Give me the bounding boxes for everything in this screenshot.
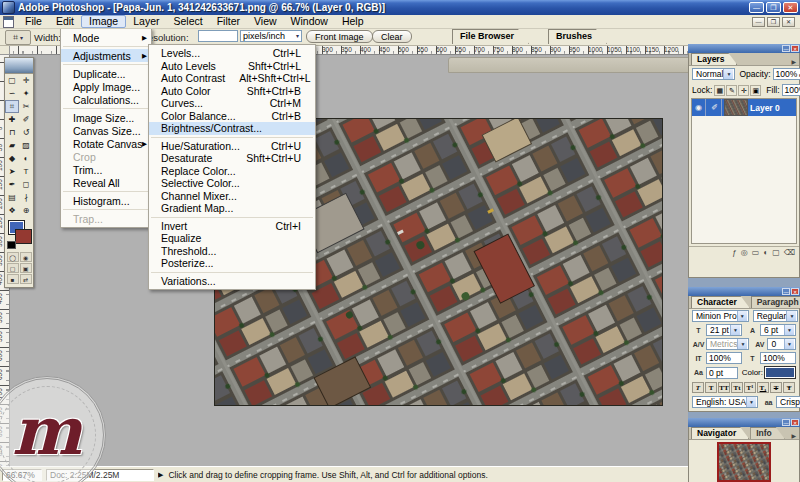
menu-item[interactable]: Channel Mixer... [149, 190, 315, 203]
menu-item[interactable]: Color Balance... Ctrl+B [149, 110, 315, 123]
menu-item[interactable]: Desaturate Shft+Ctrl+U [149, 152, 315, 165]
menu-item[interactable]: Duplicate... [61, 67, 151, 80]
palette-menu-icon[interactable]: ▶ [791, 58, 799, 65]
palette-menu-icon[interactable]: ▶ [791, 432, 799, 439]
menu-item[interactable]: Histogram... [61, 194, 151, 207]
palette-collapse-button[interactable]: — [782, 419, 790, 426]
menu-item[interactable]: Canvas Size... [61, 124, 151, 137]
palette-close-button[interactable]: ✕ [791, 419, 799, 426]
menu-item[interactable]: Trim... [61, 163, 151, 176]
language-select[interactable]: English: USA▼ [692, 396, 758, 408]
palette-collapse-button[interactable]: — [782, 288, 790, 295]
layers-action-icon[interactable]: ◐ [763, 248, 768, 257]
menu-item[interactable]: Trap... [61, 212, 151, 225]
toolbox-tool[interactable]: ➤ [5, 165, 19, 178]
text-style-button[interactable]: TT [718, 382, 730, 393]
vertical-scale-input[interactable]: 100% [706, 352, 742, 364]
menu-item[interactable]: Auto Levels Shft+Ctrl+L [149, 60, 315, 73]
antialias-select[interactable]: Crisp▼ [776, 396, 800, 408]
menu-bar-item[interactable]: Layer [126, 15, 166, 28]
toolbox-tool[interactable]: ▰ [5, 139, 19, 152]
toolbox-tool[interactable]: ▨ [19, 139, 33, 152]
toolbox-tool[interactable]: ❖ [5, 204, 19, 217]
menu-bar-item[interactable]: File [18, 15, 49, 28]
tab-character[interactable]: Character [691, 296, 750, 308]
menu-item[interactable]: Crop [61, 150, 151, 163]
tab-navigator[interactable]: Navigator [691, 427, 749, 439]
resolution-input[interactable] [198, 30, 238, 42]
menu-item[interactable]: Adjustments ▶ [61, 49, 151, 62]
tab-info[interactable]: Info [750, 427, 785, 439]
menu-item[interactable]: Auto Color Shft+Ctrl+B [149, 85, 315, 98]
toolbox-tool[interactable]: ✛ [19, 74, 33, 87]
horizontal-scale-input[interactable]: 100% [760, 352, 796, 364]
menu-item[interactable]: Gradient Map... [149, 202, 315, 215]
text-style-button[interactable]: T [692, 382, 704, 393]
toolbox-tool[interactable]: ✦ [19, 87, 33, 100]
toolbox-mode-button[interactable]: ◉ [20, 252, 32, 262]
minimize-button[interactable]: — [749, 2, 764, 13]
toolbox-tool[interactable]: ▢ [5, 74, 19, 87]
menu-bar-item[interactable]: View [247, 15, 284, 28]
blend-mode-select[interactable]: Normal▼ [692, 68, 735, 80]
lock-toggle[interactable]: ✛ [738, 85, 749, 96]
opacity-input[interactable]: 100%▸ [773, 68, 800, 80]
toolbox-tool[interactable]: T [19, 165, 33, 178]
toolbox-tool[interactable]: ◐ [19, 152, 33, 165]
text-style-button[interactable]: Tt [731, 382, 743, 393]
toolbox-tool[interactable]: ▤ [5, 191, 19, 204]
menu-item[interactable]: Posterize... [149, 257, 315, 270]
leading-select[interactable]: 6 pt▼ [760, 324, 796, 336]
kerning-select[interactable]: Metrics▼ [706, 338, 749, 350]
layer-row[interactable]: ◉ ✐ Layer 0 [692, 99, 796, 116]
tab-file-browser[interactable]: File Browser [452, 29, 529, 44]
default-colors-icon[interactable] [7, 241, 16, 249]
menu-bar-item[interactable]: Help [335, 15, 371, 28]
menu-bar-item[interactable]: Select [166, 15, 209, 28]
menu-item[interactable]: Variations... [149, 275, 315, 288]
menu-bar-item[interactable]: Window [284, 15, 335, 28]
doc-close-button[interactable]: ✕ [782, 17, 795, 27]
toolbox-mode-button[interactable]: ▢ [7, 263, 19, 273]
menu-item[interactable]: Apply Image... [61, 80, 151, 93]
menu-item[interactable]: Invert Ctrl+I [149, 220, 315, 233]
layers-action-icon[interactable]: ◎ [741, 248, 748, 257]
menu-item[interactable]: Threshold... [149, 245, 315, 258]
menu-bar-item[interactable]: Edit [49, 15, 81, 28]
eye-icon[interactable]: ◉ [692, 99, 706, 116]
toolbox-mode-button[interactable]: ▣ [20, 263, 32, 273]
layers-action-icon[interactable]: ⌫ [784, 248, 795, 257]
menu-item[interactable]: Hue/Saturation... Ctrl+U [149, 140, 315, 153]
toolbox-tool[interactable]: ↺ [19, 126, 33, 139]
menu-bar-item[interactable]: Filter [210, 15, 247, 28]
navigator-thumbnail[interactable] [717, 442, 771, 482]
menu-item[interactable]: Curves... Ctrl+M [149, 97, 315, 110]
layers-action-icon[interactable]: ▭ [752, 248, 760, 257]
toolbox-tool[interactable]: ✐ [19, 113, 33, 126]
toolbox-tool[interactable]: ⊕ [19, 204, 33, 217]
font-size-select[interactable]: 21 pt▼ [706, 324, 742, 336]
text-style-button[interactable]: T¹ [744, 382, 756, 393]
lock-toggle[interactable]: ✎ [726, 85, 737, 96]
close-button[interactable]: ✕ [783, 2, 798, 13]
character-palette-titlebar[interactable]: — ✕ [688, 287, 800, 296]
lock-toggle[interactable]: ▣ [750, 85, 761, 96]
palette-close-button[interactable]: ✕ [791, 45, 799, 52]
doc-restore-button[interactable]: ❐ [767, 17, 780, 27]
text-style-button[interactable]: T [705, 382, 717, 393]
menu-item[interactable]: Reveal All [61, 176, 151, 189]
text-style-button[interactable]: T₁ [757, 382, 769, 393]
tab-paragraph[interactable]: Paragraph [751, 296, 800, 308]
menu-item[interactable]: Image Size... [61, 111, 151, 124]
tab-brushes[interactable]: Brushes [548, 29, 607, 44]
tracking-select[interactable]: 0▼ [767, 338, 796, 350]
doc-minimize-button[interactable]: — [752, 17, 765, 27]
toolbox-mode-button[interactable]: ⇄ [20, 274, 32, 284]
toolbox-tool[interactable]: ✚ [5, 113, 19, 126]
menu-item[interactable]: Calculations... [61, 93, 151, 106]
toolbox-tool[interactable]: ∤ [19, 191, 33, 204]
tab-layers[interactable]: Layers [691, 53, 737, 65]
text-color-swatch[interactable] [764, 366, 796, 379]
resolution-unit-select[interactable]: pixels/inch ▾ [240, 30, 302, 42]
layers-action-icon[interactable]: ƒ [732, 248, 736, 257]
